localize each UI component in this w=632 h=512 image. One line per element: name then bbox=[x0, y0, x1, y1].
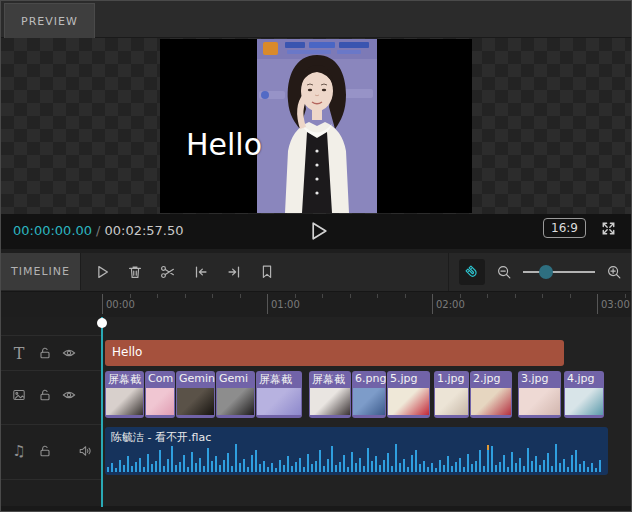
waveform-bar bbox=[207, 448, 209, 472]
skip-to-end-icon bbox=[225, 263, 243, 281]
seek-end-button[interactable] bbox=[225, 263, 243, 281]
image-clip-label: 6.png bbox=[352, 371, 386, 385]
waveform-bar bbox=[123, 465, 125, 472]
tab-preview[interactable]: PREVIEW bbox=[4, 3, 95, 38]
waveform-bar bbox=[211, 461, 213, 472]
waveform-bar bbox=[159, 450, 161, 472]
waveform-bar bbox=[143, 467, 145, 472]
waveform-bar bbox=[583, 461, 585, 472]
image-track-icon bbox=[9, 385, 29, 405]
waveform-bar bbox=[175, 465, 177, 472]
waveform-bar bbox=[155, 461, 157, 472]
split-button[interactable] bbox=[159, 263, 177, 281]
waveform-bar bbox=[315, 461, 317, 472]
image-clip-label: 屏幕截 bbox=[256, 371, 302, 387]
text-clip[interactable]: Hello bbox=[105, 340, 564, 366]
timeline-play-button[interactable] bbox=[93, 263, 111, 281]
image-clip[interactable]: 6.png bbox=[352, 371, 386, 418]
waveform-bar bbox=[303, 467, 305, 472]
bookmark-icon bbox=[258, 263, 276, 281]
waveform-bar bbox=[487, 445, 489, 472]
waveform-bar bbox=[539, 465, 541, 472]
waveform-bar bbox=[579, 464, 581, 472]
image-clip[interactable]: 屏幕截 bbox=[309, 371, 351, 418]
waveform-bar bbox=[307, 454, 309, 472]
image-clip[interactable]: 4.jpg bbox=[564, 371, 604, 418]
waveform-bar bbox=[435, 468, 437, 472]
waveform-bar bbox=[439, 460, 441, 472]
waveform-bar bbox=[443, 465, 445, 472]
waveform-bar bbox=[275, 468, 277, 472]
image-clip[interactable]: 1.jpg bbox=[434, 371, 469, 418]
waveform-bar bbox=[283, 465, 285, 472]
visibility-icon[interactable] bbox=[59, 343, 79, 363]
lock-icon[interactable] bbox=[35, 385, 55, 405]
waveform-bar bbox=[195, 463, 197, 472]
image-clip[interactable]: 3.jpg bbox=[518, 371, 561, 418]
current-time: 00:00:00.00 bbox=[13, 223, 92, 238]
lock-icon[interactable] bbox=[35, 343, 55, 363]
image-clip[interactable]: Gemin bbox=[176, 371, 215, 418]
waveform-bar bbox=[451, 466, 453, 472]
waveform-bar bbox=[139, 458, 141, 472]
aspect-ratio-button[interactable]: 16:9 bbox=[543, 218, 586, 238]
waveform-bar bbox=[415, 450, 417, 472]
timecode: 00:00:00.00/00:02:57.50 bbox=[13, 223, 184, 238]
seek-start-button[interactable] bbox=[192, 263, 210, 281]
waveform-bar bbox=[571, 455, 573, 472]
waveform-bar bbox=[231, 466, 233, 472]
play-button[interactable] bbox=[306, 219, 330, 243]
snap-toggle[interactable] bbox=[459, 259, 485, 285]
image-clip[interactable]: 屏幕截 bbox=[105, 371, 144, 418]
image-clip[interactable]: 5.jpg bbox=[387, 371, 430, 418]
waveform-bar bbox=[527, 448, 529, 472]
waveform-bar bbox=[431, 463, 433, 472]
image-clip[interactable]: 屏幕截 bbox=[256, 371, 302, 418]
visibility-icon[interactable] bbox=[59, 385, 79, 405]
waveform-bar bbox=[563, 459, 565, 472]
image-clip[interactable]: Com bbox=[145, 371, 175, 418]
ruler-minor-tick bbox=[377, 294, 378, 298]
waveform-bar bbox=[295, 462, 297, 472]
zoom-slider-track bbox=[523, 271, 595, 273]
ruler-minor-tick bbox=[460, 294, 461, 298]
play-icon bbox=[93, 263, 111, 281]
image-clip-label: 1.jpg bbox=[434, 371, 469, 385]
playhead-handle[interactable] bbox=[97, 318, 107, 328]
image-clip-thumbnail bbox=[353, 388, 385, 415]
image-clip-label: 屏幕截 bbox=[309, 371, 351, 387]
waveform-bar bbox=[279, 460, 281, 472]
waveform-bar bbox=[503, 455, 505, 472]
tracks-bottom-strip bbox=[1, 506, 631, 512]
image-clip[interactable]: 2.jpg bbox=[470, 371, 512, 418]
waveform-bar bbox=[495, 465, 497, 472]
speaker-icon[interactable] bbox=[75, 441, 95, 461]
image-clip[interactable]: Gemi bbox=[216, 371, 255, 418]
fullscreen-button[interactable] bbox=[599, 219, 618, 238]
tab-timeline[interactable]: TIMELINE bbox=[1, 253, 81, 290]
waveform-bar bbox=[327, 459, 329, 472]
video-editor-window: PREVIEW bbox=[0, 0, 632, 512]
waveform-bar bbox=[535, 456, 537, 472]
ruler-minor-tick bbox=[185, 294, 186, 298]
marker-button[interactable] bbox=[258, 263, 276, 281]
waveform-bar bbox=[243, 459, 245, 472]
waveform-bar bbox=[107, 467, 109, 472]
waveform-bar bbox=[407, 467, 409, 472]
waveform-bar bbox=[227, 453, 229, 472]
audio-clip[interactable]: 陈毓洁 - 看不开.flac bbox=[105, 427, 608, 475]
lock-icon[interactable] bbox=[35, 441, 55, 461]
waveform-bar bbox=[347, 467, 349, 472]
waveform-bar bbox=[491, 446, 493, 472]
delete-button[interactable] bbox=[126, 263, 144, 281]
playhead-line[interactable] bbox=[101, 317, 103, 507]
zoom-in-button[interactable] bbox=[605, 263, 623, 281]
video-frame[interactable]: Hello bbox=[160, 39, 472, 213]
zoom-slider[interactable] bbox=[523, 265, 595, 279]
zoom-out-button[interactable] bbox=[495, 263, 513, 281]
image-clip-thumbnail bbox=[177, 388, 214, 415]
timeline-ruler[interactable]: 00:0001:0002:0003:00 bbox=[1, 291, 631, 317]
zoom-slider-handle[interactable] bbox=[539, 265, 553, 279]
waveform-bar bbox=[427, 467, 429, 472]
waveform-bar bbox=[591, 463, 593, 472]
